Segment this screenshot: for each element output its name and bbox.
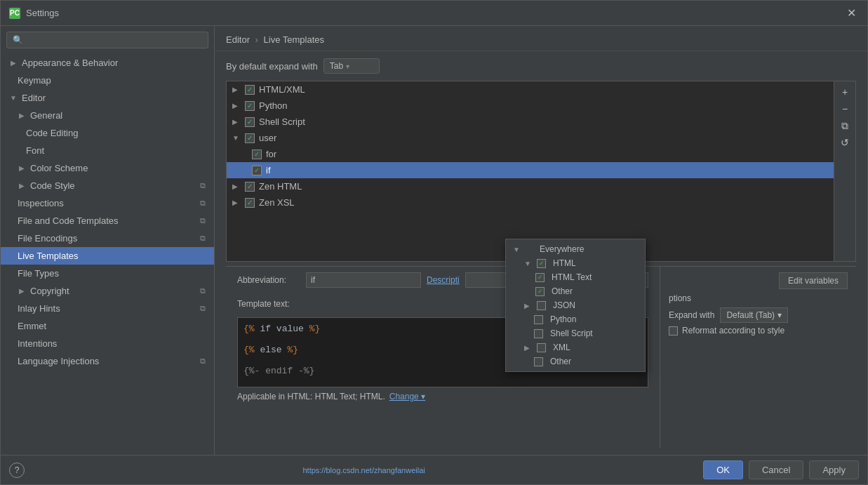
chevron-down-icon: ▾: [346, 62, 349, 70]
chevron-right-icon: ▶: [232, 182, 241, 190]
apply-button[interactable]: Apply: [809, 460, 859, 479]
reformat-checkbox[interactable]: [669, 326, 678, 335]
footer-link: https://blog.csdn.net/zhangfanweilai: [302, 466, 425, 474]
sidebar-item-inlay-hints[interactable]: Inlay Hints ⧉: [1, 300, 214, 317]
popup-checkbox-xml[interactable]: [537, 343, 546, 352]
item-checkbox-for[interactable]: [252, 150, 262, 159]
template-group-user[interactable]: ▼ user: [227, 130, 834, 146]
abbreviation-input[interactable]: [306, 272, 421, 288]
window-title: Settings: [26, 8, 844, 18]
chevron-right-icon: ▶: [18, 112, 26, 120]
item-checkbox-if[interactable]: [252, 166, 262, 175]
popup-checkbox-html-text[interactable]: [535, 273, 545, 282]
sidebar-item-intentions[interactable]: Intentions: [1, 335, 214, 352]
popup-checkbox-html[interactable]: [537, 259, 546, 268]
popup-item-other-html[interactable]: Other: [506, 284, 645, 298]
sidebar-item-emmet[interactable]: Emmet: [1, 317, 214, 335]
change-link[interactable]: Change ▾: [389, 392, 425, 401]
search-box[interactable]: 🔍: [6, 32, 208, 48]
popup-item-other-drop[interactable]: Other: [506, 354, 645, 368]
template-item-if[interactable]: if: [227, 162, 834, 178]
popup-checkbox-other[interactable]: [535, 287, 545, 296]
group-checkbox-zen-xsl[interactable]: [245, 198, 255, 208]
chevron-down-icon: ▼: [9, 94, 18, 102]
templates-list-wrapper: ▶ HTML/XML ▶ Python ▶: [226, 81, 856, 262]
copy-icon: ⧉: [200, 199, 206, 208]
group-checkbox-zen-html[interactable]: [245, 182, 255, 192]
options-section: ptions Expand with Default (Tab) ▾: [669, 293, 848, 335]
sidebar-item-label: File Encodings: [18, 233, 77, 244]
sidebar-item-keymap[interactable]: Keymap: [1, 72, 214, 89]
reformat-label: Reformat according to style: [682, 326, 784, 335]
add-button[interactable]: +: [837, 84, 853, 100]
cancel-button[interactable]: Cancel: [749, 460, 803, 479]
group-label: Python: [259, 100, 287, 111]
popup-label: Other: [552, 286, 573, 296]
sidebar-item-label: Code Editing: [26, 128, 78, 138]
popup-item-python-drop[interactable]: Python: [506, 312, 645, 326]
edit-variables-button[interactable]: Edit variables: [779, 272, 848, 289]
sidebar-item-general[interactable]: ▶ General: [1, 107, 214, 124]
sidebar-item-file-code-templates[interactable]: File and Code Templates ⧉: [1, 212, 214, 230]
group-label: user: [259, 133, 276, 143]
template-group-html-xml[interactable]: ▶ HTML/XML: [227, 81, 834, 98]
breadcrumb-live-templates: Live Templates: [264, 34, 324, 45]
copy-icon: ⧉: [200, 357, 206, 366]
sidebar-item-file-encodings[interactable]: File Encodings ⧉: [1, 230, 214, 247]
sidebar-item-code-style[interactable]: ▶ Code Style ⧉: [1, 177, 214, 194]
sidebar-item-appearance[interactable]: ▶ Appearance & Behavior: [1, 54, 214, 72]
template-group-python[interactable]: ▶ Python: [227, 98, 834, 114]
description-label: Descripti: [427, 275, 460, 285]
group-checkbox-user[interactable]: [245, 133, 255, 143]
sidebar-tools: + − ⧉ ↺: [834, 81, 856, 262]
popup-item-html-text[interactable]: HTML Text: [506, 270, 645, 284]
chevron-right-icon: ▶: [9, 59, 18, 67]
popup-item-html[interactable]: ▼ HTML: [506, 256, 645, 270]
sidebar-item-label: Intentions: [18, 338, 57, 349]
group-checkbox-python[interactable]: [245, 101, 255, 111]
template-item-for[interactable]: for: [227, 146, 834, 162]
sidebar-item-language-injections[interactable]: Language Injections ⧉: [1, 352, 214, 370]
sidebar-item-copyright[interactable]: ▶ Copyright ⧉: [1, 282, 214, 300]
breadcrumb: Editor › Live Templates: [215, 26, 867, 51]
template-group-shell-script[interactable]: ▶ Shell Script: [227, 114, 834, 130]
copy-icon: ⧉: [200, 286, 206, 295]
sidebar-item-code-editing[interactable]: Code Editing: [1, 124, 214, 142]
chevron-down-icon: ▼: [524, 260, 533, 267]
search-input[interactable]: [27, 35, 202, 45]
popup-label: Python: [550, 314, 576, 324]
ok-button[interactable]: OK: [703, 460, 743, 479]
close-button[interactable]: ✕: [844, 4, 859, 22]
template-group-zen-xsl[interactable]: ▶ Zen XSL: [227, 194, 834, 211]
sidebar-item-inspections[interactable]: Inspections ⧉: [1, 194, 214, 212]
dropdown-value: Default (Tab): [726, 310, 775, 320]
popup-checkbox-other-drop[interactable]: [534, 357, 543, 366]
app-icon: PC: [9, 8, 20, 19]
group-checkbox-shell[interactable]: [245, 117, 255, 127]
popup-item-everywhere[interactable]: ▼ Everywhere: [506, 242, 645, 256]
popup-checkbox-json[interactable]: [537, 301, 546, 310]
sidebar-item-color-scheme[interactable]: ▶ Color Scheme: [1, 159, 214, 177]
sidebar-item-file-types[interactable]: File Types: [1, 265, 214, 282]
popup-item-shell-drop[interactable]: Shell Script: [506, 326, 645, 340]
popup-checkbox-python[interactable]: [534, 315, 543, 324]
reset-button[interactable]: ↺: [837, 135, 853, 150]
code-keyword-1: {%: [243, 324, 255, 334]
sidebar-item-editor[interactable]: ▼ Editor: [1, 89, 214, 107]
dropdown-value: Tab: [330, 61, 343, 71]
expand-with-options-dropdown[interactable]: Default (Tab) ▾: [720, 307, 788, 323]
template-group-zen-html[interactable]: ▶ Zen HTML: [227, 178, 834, 194]
popup-item-json[interactable]: ▶ JSON: [506, 298, 645, 312]
copy-icon: ⧉: [200, 234, 206, 243]
sidebar-item-live-templates[interactable]: Live Templates: [1, 247, 214, 265]
copy-button[interactable]: ⧉: [837, 118, 853, 133]
group-checkbox-html-xml[interactable]: [245, 85, 255, 95]
sidebar-item-font[interactable]: Font: [1, 142, 214, 159]
code-text-1: if value: [260, 324, 309, 334]
expand-with-dropdown[interactable]: Tab ▾: [323, 58, 380, 74]
expand-with-label: By default expand with: [226, 61, 318, 72]
help-button[interactable]: ?: [9, 463, 25, 478]
popup-item-xml[interactable]: ▶ XML: [506, 340, 645, 354]
remove-button[interactable]: −: [837, 101, 853, 117]
popup-checkbox-shell[interactable]: [534, 329, 543, 338]
